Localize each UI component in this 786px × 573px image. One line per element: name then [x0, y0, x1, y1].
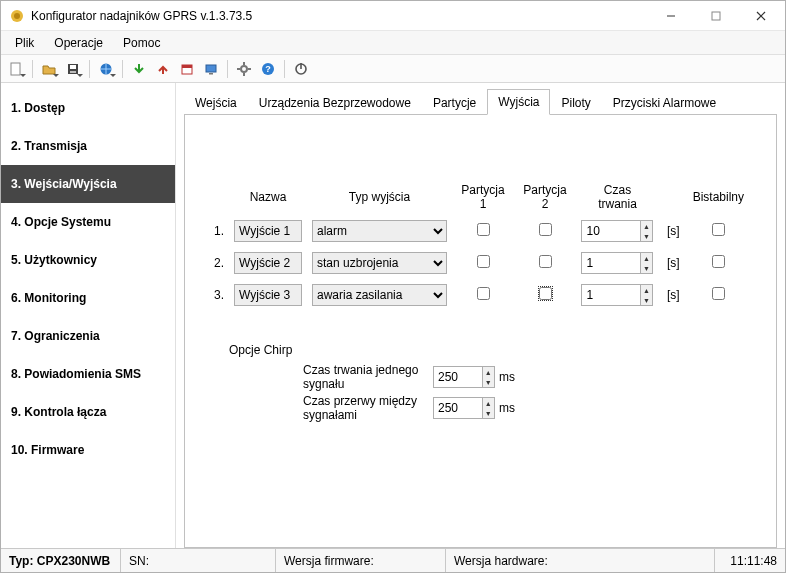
partycja1-checkbox[interactable]: [477, 223, 490, 236]
bistable-checkbox[interactable]: [712, 287, 725, 300]
partycja1-checkbox[interactable]: [477, 287, 490, 300]
save-button[interactable]: [62, 58, 84, 80]
output-name-input[interactable]: [234, 284, 302, 306]
sidebar-item-ograniczenia[interactable]: 7. Ograniczenia: [1, 317, 175, 355]
svg-point-15: [241, 66, 247, 72]
chirp-title: Opcje Chirp: [229, 343, 756, 357]
tab-piloty[interactable]: Piloty: [550, 90, 601, 115]
tab-panel-wyjscia: Nazwa Typ wyjścia Partycja 1 Partycja 2 …: [184, 115, 777, 548]
menu-operacje[interactable]: Operacje: [44, 33, 113, 53]
chirp-gap-spinner[interactable]: ▲▼: [433, 397, 495, 419]
spin-down-icon[interactable]: ▼: [483, 408, 494, 418]
menu-plik[interactable]: Plik: [5, 33, 44, 53]
window-title: Konfigurator nadajników GPRS v.1.3.73.5: [31, 9, 648, 23]
col-duration: Czas trwania: [580, 183, 655, 211]
duration-unit: [s]: [663, 251, 681, 275]
spin-up-icon[interactable]: ▲: [483, 398, 494, 408]
output-name-input[interactable]: [234, 252, 302, 274]
svg-rect-3: [712, 12, 720, 20]
duration-spinner[interactable]: ▲▼: [581, 252, 653, 274]
spin-up-icon[interactable]: ▲: [641, 221, 653, 231]
settings-button[interactable]: [233, 58, 255, 80]
minimize-button[interactable]: [648, 2, 693, 30]
menu-pomoc[interactable]: Pomoc: [113, 33, 170, 53]
duration-unit: [s]: [663, 219, 681, 243]
spin-down-icon[interactable]: ▼: [483, 377, 494, 387]
toolbar-separator: [284, 60, 285, 78]
partycja2-checkbox[interactable]: [539, 287, 552, 300]
tab-przyciski-alarmowe[interactable]: Przyciski Alarmowe: [602, 90, 727, 115]
sidebar-item-dostep[interactable]: 1. Dostęp: [1, 89, 175, 127]
output-type-select[interactable]: alarm: [312, 220, 447, 242]
toolbar: ?: [1, 55, 785, 83]
bistable-checkbox[interactable]: [712, 255, 725, 268]
status-sn: SN:: [121, 549, 276, 572]
tab-wejscia[interactable]: Wejścia: [184, 90, 248, 115]
sidebar-item-transmisja[interactable]: 2. Transmisja: [1, 127, 175, 165]
chirp-signal-spinner[interactable]: ▲▼: [433, 366, 495, 388]
content: Wejścia Urządzenia Bezprzewodowe Partycj…: [176, 83, 785, 548]
monitor-button[interactable]: [200, 58, 222, 80]
close-button[interactable]: [738, 2, 783, 30]
spin-up-icon[interactable]: ▲: [483, 367, 494, 377]
col-type: Typ wyjścia: [311, 183, 448, 211]
sidebar-item-opcje-systemu[interactable]: 4. Opcje Systemu: [1, 203, 175, 241]
toolbar-separator: [227, 60, 228, 78]
svg-rect-9: [70, 71, 76, 73]
output-type-select[interactable]: awaria zasilania: [312, 284, 447, 306]
tab-partycje[interactable]: Partycje: [422, 90, 487, 115]
status-type: Typ: CPX230NWB: [1, 549, 121, 572]
svg-rect-12: [182, 65, 192, 68]
maximize-button[interactable]: [693, 2, 738, 30]
main-area: 1. Dostęp 2. Transmisja 3. Wejścia/Wyjśc…: [1, 83, 785, 548]
app-icon: [9, 8, 25, 24]
sidebar-item-firmware[interactable]: 10. Firmware: [1, 431, 175, 469]
spin-up-icon[interactable]: ▲: [641, 285, 653, 295]
status-hardware: Wersja hardware:: [446, 549, 715, 572]
sidebar-item-kontrola-lacza[interactable]: 9. Kontrola łącza: [1, 393, 175, 431]
partycja1-checkbox[interactable]: [477, 255, 490, 268]
spin-up-icon[interactable]: ▲: [641, 253, 653, 263]
duration-spinner[interactable]: ▲▼: [581, 284, 653, 306]
sidebar: 1. Dostęp 2. Transmisja 3. Wejścia/Wyjśc…: [1, 83, 176, 548]
chirp-unit: ms: [495, 401, 515, 415]
bistable-checkbox[interactable]: [712, 223, 725, 236]
col-bistable: Bistabilny: [689, 183, 748, 211]
window-buttons: [648, 2, 783, 30]
output-name-input[interactable]: [234, 220, 302, 242]
calendar-button[interactable]: [176, 58, 198, 80]
row-index: 3.: [213, 283, 225, 307]
duration-spinner[interactable]: ▲▼: [581, 220, 653, 242]
spin-down-icon[interactable]: ▼: [641, 231, 653, 241]
output-row: 2. stan uzbrojenia ▲▼ [s]: [213, 251, 748, 275]
status-clock: 11:11:48: [715, 549, 785, 572]
partycja2-checkbox[interactable]: [539, 255, 552, 268]
sidebar-item-uzytkownicy[interactable]: 5. Użytkownicy: [1, 241, 175, 279]
toolbar-separator: [122, 60, 123, 78]
new-file-button[interactable]: [5, 58, 27, 80]
toolbar-separator: [32, 60, 33, 78]
tab-wyjscia[interactable]: Wyjścia: [487, 89, 550, 115]
tabs: Wejścia Urządzenia Bezprzewodowe Partycj…: [184, 89, 777, 115]
output-type-select[interactable]: stan uzbrojenia: [312, 252, 447, 274]
spin-down-icon[interactable]: ▼: [641, 295, 653, 305]
row-index: 2.: [213, 251, 225, 275]
titlebar: Konfigurator nadajników GPRS v.1.3.73.5: [1, 1, 785, 31]
download-button[interactable]: [128, 58, 150, 80]
spin-down-icon[interactable]: ▼: [641, 263, 653, 273]
statusbar: Typ: CPX230NWB SN: Wersja firmware: Wers…: [1, 548, 785, 572]
svg-rect-13: [206, 65, 216, 72]
sidebar-item-wejscia-wyjscia[interactable]: 3. Wejścia/Wyjścia: [1, 165, 175, 203]
output-row: 1. alarm ▲▼ [s]: [213, 219, 748, 243]
globe-button[interactable]: [95, 58, 117, 80]
open-button[interactable]: [38, 58, 60, 80]
partycja2-checkbox[interactable]: [539, 223, 552, 236]
tab-urzadzenia-bezprzewodowe[interactable]: Urządzenia Bezprzewodowe: [248, 90, 422, 115]
sidebar-item-powiadomienia-sms[interactable]: 8. Powiadomienia SMS: [1, 355, 175, 393]
upload-button[interactable]: [152, 58, 174, 80]
duration-unit: [s]: [663, 283, 681, 307]
menubar: Plik Operacje Pomoc: [1, 31, 785, 55]
power-button[interactable]: [290, 58, 312, 80]
help-button[interactable]: ?: [257, 58, 279, 80]
sidebar-item-monitoring[interactable]: 6. Monitoring: [1, 279, 175, 317]
